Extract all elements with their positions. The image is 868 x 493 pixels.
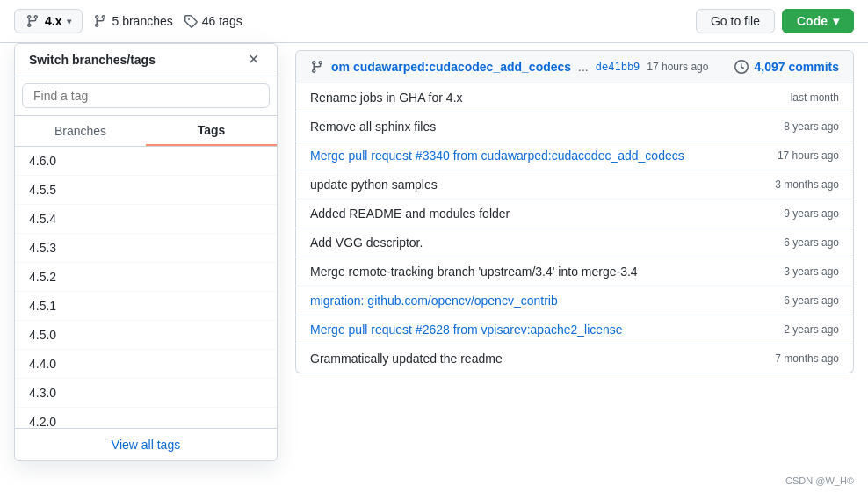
file-row: Remove all sphinx files8 years ago bbox=[296, 112, 853, 141]
commit-message-cell: migration: github.com/opencv/opencv_cont… bbox=[310, 294, 760, 308]
file-time: last month bbox=[760, 91, 839, 104]
commit-message-link[interactable]: Merge pull request #3340 from cudawarped… bbox=[310, 149, 684, 163]
search-container bbox=[15, 76, 277, 116]
tags-list[interactable]: 4.6.04.5.54.5.44.5.34.5.24.5.14.5.04.4.0… bbox=[15, 147, 277, 428]
watermark: CSDN @W_H© bbox=[785, 475, 854, 486]
branches-stat-icon bbox=[93, 14, 107, 28]
close-button[interactable]: ✕ bbox=[244, 51, 263, 69]
file-time: 3 years ago bbox=[760, 265, 839, 278]
go-to-file-button[interactable]: Go to file bbox=[696, 9, 775, 33]
commit-time: 17 hours ago bbox=[647, 61, 708, 73]
code-chevron-icon: ▾ bbox=[833, 14, 839, 28]
file-list: Rename jobs in GHA for 4.xlast monthRemo… bbox=[295, 83, 854, 373]
file-row: Rename jobs in GHA for 4.xlast month bbox=[296, 83, 853, 112]
tag-item[interactable]: 4.3.0 bbox=[15, 379, 277, 408]
file-time: 17 hours ago bbox=[760, 149, 839, 162]
branches-count-label: 5 branches bbox=[112, 14, 172, 28]
top-bar-left: 4.x ▾ 5 branches 46 tags bbox=[14, 9, 242, 33]
view-all-tags-link[interactable]: View all tags bbox=[15, 428, 277, 460]
tags-link[interactable]: 46 tags bbox=[184, 14, 242, 28]
commit-message-link[interactable]: migration: github.com/opencv/opencv_cont… bbox=[310, 294, 558, 308]
commit-bar: om cudawarped:cudacodec_add_codecs ... d… bbox=[295, 50, 854, 83]
dropdown-header: Switch branches/tags ✕ bbox=[15, 44, 277, 76]
commit-message-cell: Merge pull request #3340 from cudawarped… bbox=[310, 149, 760, 163]
commit-message-cell: Merge pull request #2628 from vpisarev:a… bbox=[310, 323, 760, 337]
commit-message-cell: Remove all sphinx files bbox=[310, 120, 760, 134]
chevron-down-icon: ▾ bbox=[67, 17, 71, 26]
commit-message-cell: Grammatically updated the readme bbox=[310, 352, 760, 366]
main-content: Switch branches/tags ✕ Branches Tags 4.6… bbox=[0, 43, 868, 373]
commits-label: commits bbox=[788, 60, 839, 74]
code-label: Code bbox=[797, 14, 828, 28]
commit-message-cell: Rename jobs in GHA for 4.x bbox=[310, 91, 760, 105]
commit-message-cell: update python samples bbox=[310, 178, 760, 192]
tag-item[interactable]: 4.5.3 bbox=[15, 234, 277, 263]
file-row: Added README and modules folder9 years a… bbox=[296, 199, 853, 228]
branch-icon bbox=[25, 14, 40, 28]
tag-item[interactable]: 4.2.0 bbox=[15, 408, 277, 428]
repo-area: om cudawarped:cudacodec_add_codecs ... d… bbox=[281, 43, 868, 373]
branch-selector-button[interactable]: 4.x ▾ bbox=[14, 9, 83, 33]
code-button[interactable]: Code ▾ bbox=[782, 9, 854, 33]
branches-link[interactable]: 5 branches bbox=[93, 14, 172, 28]
commit-message-link[interactable]: Merge pull request #2628 from vpisarev:a… bbox=[310, 323, 623, 337]
tag-item[interactable]: 4.4.0 bbox=[15, 350, 277, 379]
file-time: 9 years ago bbox=[760, 207, 839, 220]
tag-item[interactable]: 4.5.2 bbox=[15, 263, 277, 292]
file-row: Grammatically updated the readme7 months… bbox=[296, 344, 853, 373]
file-row: Merge remote-tracking branch 'upstream/3… bbox=[296, 257, 853, 286]
tab-branches[interactable]: Branches bbox=[15, 116, 146, 146]
branch-selector-label: 4.x bbox=[45, 14, 61, 28]
file-time: 8 years ago bbox=[760, 120, 839, 133]
top-bar: 4.x ▾ 5 branches 46 tags bbox=[0, 0, 868, 43]
top-bar-right: Go to file Code ▾ bbox=[696, 9, 854, 33]
tag-item[interactable]: 4.6.0 bbox=[15, 147, 277, 176]
commit-dots: ... bbox=[578, 60, 589, 74]
file-row: update python samples3 months ago bbox=[296, 170, 853, 199]
file-row: Merge pull request #3340 from cudawarped… bbox=[296, 141, 853, 170]
clock-icon bbox=[734, 60, 749, 74]
tab-tags[interactable]: Tags bbox=[146, 116, 277, 146]
search-input[interactable] bbox=[22, 83, 270, 108]
commit-message-cell: Add VGG descriptor. bbox=[310, 236, 760, 250]
commit-message-cell: Merge remote-tracking branch 'upstream/3… bbox=[310, 265, 760, 279]
tags-count-label: 46 tags bbox=[202, 14, 242, 28]
commit-message-cell: Added README and modules folder bbox=[310, 207, 760, 221]
tag-icon bbox=[184, 14, 198, 28]
file-row: Merge pull request #2628 from vpisarev:a… bbox=[296, 315, 853, 344]
tag-item[interactable]: 4.5.5 bbox=[15, 176, 277, 205]
branch-small-icon bbox=[310, 60, 324, 74]
tabs-row: Branches Tags bbox=[15, 116, 277, 147]
tag-item[interactable]: 4.5.1 bbox=[15, 292, 277, 321]
tag-item[interactable]: 4.5.0 bbox=[15, 321, 277, 350]
file-time: 3 months ago bbox=[760, 178, 839, 191]
commit-hash: de41bb9 bbox=[596, 61, 640, 73]
file-time: 6 years ago bbox=[760, 236, 839, 249]
commit-message-link[interactable]: om cudawarped:cudacodec_add_codecs bbox=[331, 60, 571, 74]
file-row: Add VGG descriptor.6 years ago bbox=[296, 228, 853, 257]
dropdown-title: Switch branches/tags bbox=[29, 53, 156, 67]
commit-bar-left: om cudawarped:cudacodec_add_codecs ... d… bbox=[310, 60, 708, 74]
file-time: 7 months ago bbox=[760, 352, 839, 365]
file-time: 6 years ago bbox=[760, 294, 839, 307]
file-time: 2 years ago bbox=[760, 323, 839, 336]
tag-item[interactable]: 4.5.4 bbox=[15, 205, 277, 234]
branch-tag-dropdown: Switch branches/tags ✕ Branches Tags 4.6… bbox=[14, 43, 278, 461]
commit-bar-right: 4,097 commits bbox=[734, 60, 839, 74]
page-wrapper: 4.x ▾ 5 branches 46 tags bbox=[0, 0, 868, 493]
commits-count-link[interactable]: 4,097 commits bbox=[754, 60, 839, 74]
file-row: migration: github.com/opencv/opencv_cont… bbox=[296, 286, 853, 315]
commits-count: 4,097 bbox=[754, 60, 785, 74]
